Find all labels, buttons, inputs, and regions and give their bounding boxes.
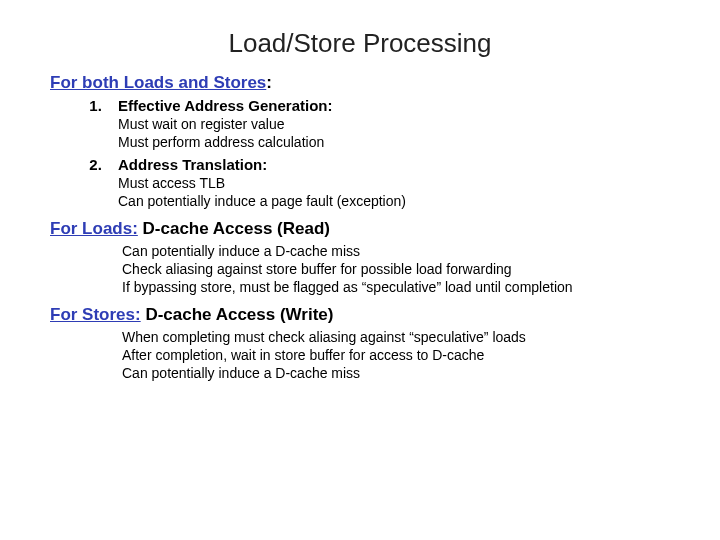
- slide: Load/Store Processing For both Loads and…: [0, 0, 720, 411]
- section-header-both-suffix: :: [266, 73, 272, 92]
- detail-line: Must access TLB: [118, 175, 670, 191]
- detail-line: Can potentially induce a D-cache miss: [122, 243, 670, 259]
- detail-block-loads: Can potentially induce a D-cache miss Ch…: [122, 243, 670, 295]
- detail-line: When completing must check aliasing agai…: [122, 329, 670, 345]
- detail-line: Must wait on register value: [118, 116, 670, 132]
- section-header-loads: For Loads: D-cache Access (Read): [50, 219, 670, 239]
- detail-line: Can potentially induce a page fault (exc…: [118, 193, 670, 209]
- numbered-list: Effective Address Generation: Must wait …: [50, 97, 670, 209]
- section-header-loads-ul: For Loads:: [50, 219, 138, 238]
- section-header-loads-suffix: D-cache Access (Read): [138, 219, 330, 238]
- list-item: Address Translation: Must access TLB Can…: [106, 156, 670, 209]
- detail-line: Can potentially induce a D-cache miss: [122, 365, 670, 381]
- item-title-at: Address Translation:: [118, 156, 670, 173]
- detail-block-stores: When completing must check aliasing agai…: [122, 329, 670, 381]
- detail-line: Check aliasing against store buffer for …: [122, 261, 670, 277]
- section-header-stores-suffix: D-cache Access (Write): [141, 305, 334, 324]
- section-header-stores: For Stores: D-cache Access (Write): [50, 305, 670, 325]
- detail-line: If bypassing store, must be flagged as “…: [122, 279, 670, 295]
- list-item: Effective Address Generation: Must wait …: [106, 97, 670, 150]
- detail-line: Must perform address calculation: [118, 134, 670, 150]
- section-header-both-ul: For both Loads and Stores: [50, 73, 266, 92]
- section-header-stores-ul: For Stores:: [50, 305, 141, 324]
- item-title-eag: Effective Address Generation:: [118, 97, 670, 114]
- detail-line: After completion, wait in store buffer f…: [122, 347, 670, 363]
- slide-title: Load/Store Processing: [50, 28, 670, 59]
- section-header-both: For both Loads and Stores:: [50, 73, 670, 93]
